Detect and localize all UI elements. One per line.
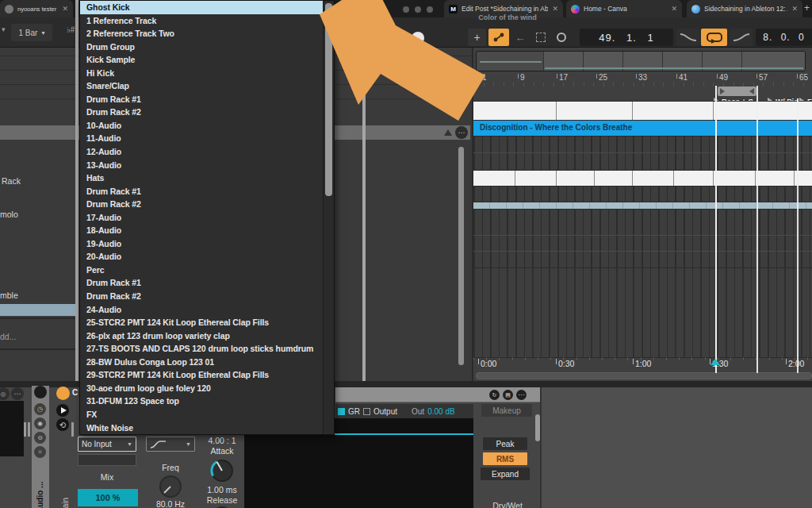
- session-record-button[interactable]: [552, 29, 570, 46]
- traffic-light-icon[interactable]: [403, 6, 409, 13]
- clip-lane-grid-1[interactable]: [473, 137, 812, 170]
- dropdown-item[interactable]: 24-Audio: [80, 303, 323, 317]
- dropdown-item[interactable]: 17-Audio: [80, 211, 323, 225]
- expand-button[interactable]: Expand: [481, 468, 530, 480]
- loop-toggle-icon[interactable]: ⟲: [56, 418, 69, 431]
- close-icon[interactable]: ✕: [62, 5, 68, 13]
- insert-marker-line[interactable]: [797, 98, 799, 373]
- capture-midi-button[interactable]: [531, 29, 550, 46]
- browser-scrollbar[interactable]: [458, 147, 464, 365]
- camera-icon[interactable]: ◉: [34, 418, 46, 429]
- dropdown-item[interactable]: 31-DFUM 123 Space top: [80, 394, 323, 408]
- dropdown-item[interactable]: 18-Audio: [80, 224, 323, 237]
- arrangement-overview[interactable]: [476, 51, 806, 71]
- dropdown-item[interactable]: Hats: [80, 171, 323, 185]
- peak-button[interactable]: Peak: [483, 437, 527, 450]
- sidechain-input-select[interactable]: No Input▼: [78, 437, 136, 452]
- dropdown-scroll-thumb[interactable]: [325, 3, 332, 196]
- freq-knob[interactable]: [158, 474, 183, 499]
- loop-marker-line[interactable]: [756, 86, 758, 373]
- tab-how-partial[interactable]: How (: [352, 5, 370, 13]
- output-checkbox-icon[interactable]: [363, 408, 370, 415]
- more-options-icon[interactable]: ⋯: [516, 390, 527, 400]
- tab-sidechaining[interactable]: Sidechaining in Ableton 12: A ✕: [687, 0, 802, 17]
- dropdown-item[interactable]: 30-aoe drum loop glue foley 120: [80, 382, 323, 395]
- track-header-column[interactable]: ◷ ◉ ⊖ ⌗ Audio ...: [32, 386, 49, 508]
- dropdown-item[interactable]: Drum Rack #2: [80, 106, 323, 119]
- grid-icon[interactable]: ⌗: [34, 446, 46, 458]
- close-icon[interactable]: ✕: [671, 5, 677, 13]
- add-device-slot[interactable]: Add...: [0, 332, 16, 341]
- add-track-button[interactable]: +: [468, 29, 486, 46]
- hot-swap-icon[interactable]: ↻: [489, 390, 500, 400]
- horizontal-scrollbar[interactable]: [476, 372, 812, 379]
- device-title-bar[interactable]: ↻ ▤ ⋯: [335, 387, 540, 402]
- dropdown-item[interactable]: 10-Audio: [80, 119, 323, 133]
- dropdown-scrollbar[interactable]: [323, 1, 334, 434]
- filter-type-select[interactable]: ▼: [146, 437, 195, 452]
- traffic-light-icon[interactable]: [415, 6, 421, 13]
- mix-value-slider[interactable]: 100 %: [78, 489, 138, 506]
- dropdown-item[interactable]: Hi Kick: [80, 67, 323, 80]
- browser-selected-item[interactable]: [0, 304, 76, 316]
- target-icon[interactable]: ◎: [0, 387, 10, 400]
- dropdown-item[interactable]: 2 Reference Track Two: [80, 27, 323, 40]
- out-value[interactable]: 0.00 dB: [427, 407, 454, 416]
- dropdown-item[interactable]: 19-Audio: [80, 237, 323, 251]
- dropdown-item[interactable]: Drum Rack #2: [80, 290, 323, 303]
- dropdown-item[interactable]: Drum Rack #2: [80, 198, 323, 211]
- browser-item[interactable]: molo: [0, 210, 18, 219]
- clip-lane-grid-2[interactable]: [473, 187, 812, 202]
- dropdown-item[interactable]: FX: [80, 408, 323, 421]
- quantize-menu[interactable]: 1 Bar▾: [11, 24, 52, 41]
- loop-brace[interactable]: [718, 87, 756, 96]
- dropdown-item[interactable]: Ghost Kick: [80, 1, 323, 14]
- dropdown-item[interactable]: Perc: [80, 264, 323, 277]
- dropdown-item[interactable]: Kick Sample: [80, 53, 323, 67]
- pane-split-handle[interactable]: [75, 0, 79, 381]
- close-icon[interactable]: ✕: [552, 5, 558, 13]
- tab-nyooans[interactable]: nyooans tester by n() ✕: [0, 0, 73, 17]
- chain-label-vertical[interactable]: Chain: [61, 475, 70, 508]
- dropdown-item[interactable]: 1 Reference Track: [80, 14, 323, 28]
- traffic-light-icon[interactable]: [427, 6, 433, 13]
- browser-item[interactable]: mble: [0, 291, 18, 300]
- device-activator-icon[interactable]: [56, 387, 70, 400]
- gr-checkbox-icon[interactable]: [338, 408, 345, 415]
- track-name-vertical[interactable]: Audio ...: [36, 462, 44, 508]
- playhead-triangle-icon[interactable]: [710, 359, 720, 365]
- clip-lane-white-1[interactable]: [473, 102, 812, 120]
- clip-lane-columns[interactable]: [473, 268, 812, 357]
- arrangement-position-display[interactable]: 49. 1. 1: [580, 29, 673, 46]
- dropdown-item[interactable]: Drum Rack #1: [80, 276, 323, 290]
- dropdown-item[interactable]: Snare/Clap: [80, 79, 323, 93]
- time-ruler[interactable]: 0:000:301:001:302:00: [473, 357, 812, 371]
- preview-play-button[interactable]: [56, 404, 69, 417]
- key-signature[interactable]: ♭#: [67, 25, 75, 34]
- clip-lane-white-2[interactable]: [473, 171, 812, 186]
- more-options-icon[interactable]: ⋯: [11, 387, 24, 400]
- dropdown-item[interactable]: 26-plx apt 123 drum loop variety clap: [80, 329, 323, 343]
- minus-icon[interactable]: ⊖: [34, 432, 46, 444]
- dropdown-item[interactable]: Drum Rack #1: [80, 93, 323, 106]
- re-enable-automation-button[interactable]: ←: [511, 29, 529, 46]
- chevron-down-icon[interactable]: ▾: [2, 25, 6, 33]
- rms-button[interactable]: RMS: [483, 452, 527, 465]
- freq-value[interactable]: 80.0 Hz: [146, 499, 195, 508]
- pane-split-handle[interactable]: [362, 0, 366, 381]
- dropdown-item[interactable]: 25-STCR2 PMT 124 Kit Loop Ethereal Clap …: [80, 316, 323, 329]
- collapse-arrow-icon[interactable]: [444, 129, 452, 136]
- dropdown-item[interactable]: 11-Audio: [80, 132, 323, 145]
- close-icon[interactable]: ✕: [791, 5, 798, 13]
- dropdown-item[interactable]: 29-STCR2 PMT 124 Kit Loop Ethereal Clap …: [80, 368, 323, 382]
- release-knob[interactable]: [210, 505, 234, 508]
- record-icon[interactable]: [412, 32, 424, 44]
- attack-value[interactable]: 1.00 ms: [200, 485, 244, 495]
- loop-button[interactable]: [701, 29, 727, 46]
- attack-knob[interactable]: [209, 457, 236, 484]
- clip-discognition[interactable]: Discognition - Where the Colors Breathe: [473, 121, 812, 137]
- stop-icon[interactable]: [386, 32, 399, 44]
- makeup-button[interactable]: Makeup: [481, 404, 532, 417]
- dropdown-item[interactable]: White Noise: [80, 421, 323, 435]
- automation-mode-button[interactable]: [488, 29, 509, 46]
